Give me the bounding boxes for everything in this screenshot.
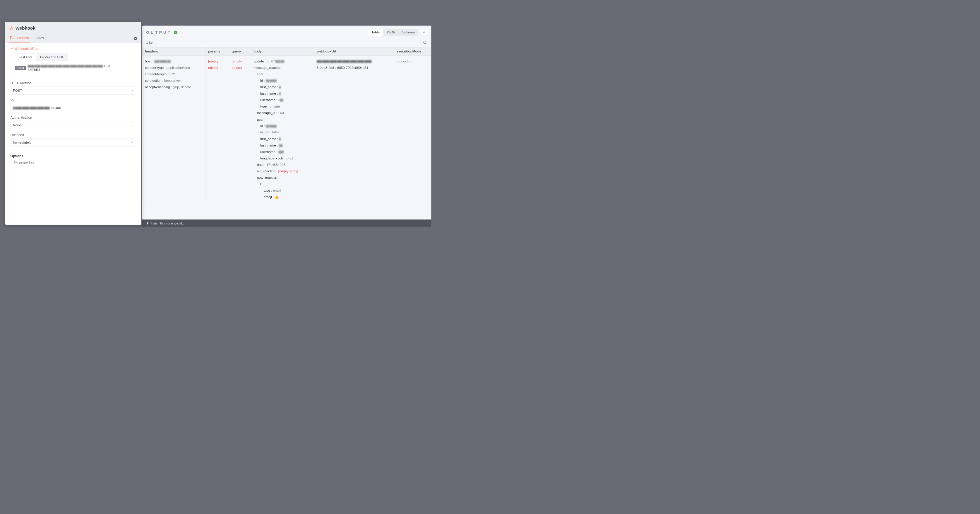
toggle-production-url[interactable]: Production URL	[36, 54, 68, 61]
select-value: POST	[13, 88, 22, 93]
panel-header: Webhook Parameters Docs	[5, 22, 142, 43]
view-toggle: Table JSON Schema	[368, 29, 418, 36]
view-schema[interactable]: Schema	[399, 29, 418, 36]
output-title: OUTPUT	[146, 30, 172, 35]
view-table[interactable]: Table	[368, 29, 383, 36]
url-env-toggle: Test URL Production URL	[15, 53, 68, 61]
cell-executionmode[interactable]: production	[394, 56, 431, 203]
chevron-down-icon	[11, 48, 13, 50]
output-panel: OUTPUT Table JSON Schema 1 item	[142, 26, 431, 220]
item-count: 1 item	[146, 40, 156, 45]
col-params[interactable]: params	[205, 47, 229, 56]
cell-body[interactable]: update_id : 67▮▮▮▮▮ message_reaction cha…	[251, 56, 314, 203]
select-value: Immediately	[13, 140, 31, 144]
webhook-urls-box: Test URL Production URL POST ▮▮▮▮▮▮▮▮▮▮▮…	[11, 53, 136, 75]
select-respond[interactable]: Immediately	[11, 138, 136, 146]
label-respond: Respond	[11, 133, 136, 137]
webhook-icon	[9, 26, 13, 30]
success-badge-icon	[174, 30, 178, 34]
select-value: None	[13, 123, 21, 127]
feedback-bar[interactable]: I wish this node would...	[142, 219, 431, 227]
chevron-down-icon	[131, 89, 134, 92]
node-config-panel: Webhook Parameters Docs Webhook URLs Tes…	[5, 22, 142, 225]
cell-query[interactable]: [empty object]	[229, 56, 251, 203]
label-http-method: HTTP Method	[11, 81, 136, 85]
method-chip: POST	[15, 65, 26, 70]
lightbulb-icon	[146, 222, 149, 225]
options-heading: Options	[11, 154, 136, 158]
panel-tabs: Parameters Docs	[9, 34, 137, 43]
gear-icon[interactable]	[134, 37, 137, 40]
url-text: ▮▮▮▮▮▮▮▮▮▮▮▮▮▮▮▮▮▮▮▮▮▮▮▮▮▮▮▮▮▮▮▮▮▮▮▮▮▮▮▮…	[28, 64, 110, 72]
tab-parameters[interactable]: Parameters	[9, 34, 30, 43]
section-webhook-urls[interactable]: Webhook URLs	[11, 47, 136, 51]
view-json[interactable]: JSON	[383, 29, 399, 36]
table-header-row: headers params query body webhookUrl exe…	[142, 47, 431, 56]
cell-webhookurl[interactable]: ▮▮▮▮▮▮▮▮▮▮▮▮▮▮▮▮▮▮▮▮▮▮▮▮▮▮▮▮▮▮ 5-0eb3-4d…	[314, 56, 394, 203]
col-query[interactable]: query	[229, 47, 251, 56]
col-webhookurl[interactable]: webhookUrl	[314, 47, 394, 56]
section-label: Webhook URLs	[14, 47, 38, 51]
pin-button[interactable]	[421, 29, 427, 35]
options-empty: No properties	[11, 160, 136, 164]
chevron-down-icon	[131, 141, 134, 144]
panel-title: Webhook	[16, 26, 35, 31]
table-row: host : ▮▮▮▮▮▮▮▮▮ content-type : applicat…	[142, 56, 431, 203]
cell-headers[interactable]: host : ▮▮▮▮▮▮▮▮▮ content-type : applicat…	[142, 56, 205, 203]
input-path[interactable]: ▮▮▮▮▮▮▮▮▮▮▮▮▮▮▮▮▮▮▮▮6804d61	[11, 104, 136, 112]
cell-params[interactable]: [empty object]	[205, 56, 229, 203]
svg-point-3	[423, 41, 426, 44]
label-path: Path	[11, 98, 136, 102]
select-http-method[interactable]: POST	[11, 86, 136, 94]
svg-point-2	[11, 27, 12, 28]
webhook-url-display[interactable]: POST ▮▮▮▮▮▮▮▮▮▮▮▮▮▮▮▮▮▮▮▮▮▮▮▮▮▮▮▮▮▮▮▮▮▮▮…	[15, 64, 136, 72]
tab-docs[interactable]: Docs	[35, 34, 45, 43]
feedback-text: I wish this node would...	[151, 222, 185, 225]
toggle-test-url[interactable]: Test URL	[15, 54, 36, 61]
output-table: headers params query body webhookUrl exe…	[142, 47, 431, 203]
label-authentication: Authentication	[11, 115, 136, 120]
col-executionmode[interactable]: executionMode	[394, 47, 431, 56]
chevron-down-icon	[131, 124, 134, 126]
select-authentication[interactable]: None	[11, 121, 136, 129]
search-icon[interactable]	[423, 40, 427, 45]
col-headers[interactable]: headers	[142, 47, 205, 56]
col-body[interactable]: body	[251, 47, 314, 56]
